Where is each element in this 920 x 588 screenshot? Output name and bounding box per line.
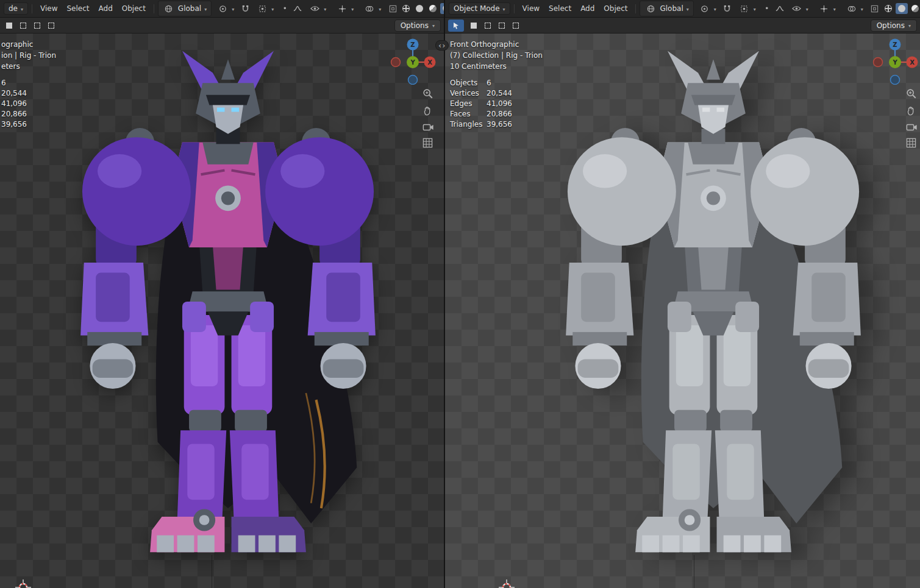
overlays-dropdown[interactable]: ▾ (841, 1, 868, 16)
select-mode-intersect-button[interactable] (45, 20, 57, 31)
object-visibility-dropdown[interactable]: ▾ (786, 1, 813, 16)
pan-hand-icon[interactable] (906, 105, 917, 116)
chevron-right-icon: › (442, 41, 446, 50)
gizmo-x-label: X (910, 59, 915, 66)
chevron-down-icon: ▾ (503, 7, 505, 12)
gizmo-z-label: Z (410, 41, 415, 48)
grid-toggle-icon[interactable] (423, 138, 433, 148)
pane-resize-handle[interactable]: ‹› (435, 40, 449, 51)
chevron-down-icon: ▾ (806, 7, 808, 12)
mode-dropdown[interactable]: Object Mode ▾ (449, 2, 510, 15)
shading-solid-button[interactable] (896, 3, 908, 14)
3d-viewport-solid[interactable]: Front Orthographic (7) Collection | Rig … (445, 34, 920, 588)
3d-cursor-marker (499, 579, 515, 588)
select-box-icon (513, 23, 519, 29)
3d-cursor-marker (15, 579, 31, 588)
camera-view-icon[interactable] (906, 122, 918, 132)
proportional-edit-icon[interactable]: • (761, 2, 773, 15)
mode-dropdown[interactable]: de ▾ (4, 2, 28, 15)
pan-hand-icon[interactable] (423, 105, 433, 116)
pane-splitter[interactable] (444, 0, 445, 588)
chevron-down-icon: ▾ (379, 7, 381, 12)
grid-toggle-icon[interactable] (906, 138, 916, 148)
overlays-icon (846, 2, 858, 15)
snap-magnet-icon[interactable] (721, 2, 733, 15)
collection-text: (7) Collection | Rig - Trion (450, 50, 543, 61)
stat-faces-label: Faces (450, 109, 487, 119)
select-mode-extend-button[interactable] (17, 20, 29, 31)
menu-select[interactable]: Select (544, 2, 576, 15)
shading-wireframe-button[interactable] (400, 3, 412, 14)
menu-select[interactable]: Select (63, 2, 94, 15)
transform-orientation-dropdown[interactable]: Global ▾ (158, 1, 212, 16)
scale-text: eters (1, 61, 56, 72)
robot-model-solid[interactable] (544, 46, 883, 571)
shading-material-button[interactable] (427, 3, 439, 14)
xray-toggle-icon[interactable] (387, 2, 399, 15)
options-button[interactable]: Options ▾ (394, 19, 441, 32)
pivot-point-icon (216, 2, 229, 15)
cursor-arrow-icon (452, 22, 460, 29)
viewport-nav-tools (906, 88, 918, 148)
3d-viewport-rendered[interactable]: ographic ion | Rig - Trion eters 6 20,54… (0, 34, 444, 588)
options-button[interactable]: Options ▾ (871, 19, 917, 32)
robot-model-rendered[interactable] (59, 46, 398, 571)
falloff-curve-icon[interactable] (774, 2, 786, 15)
camera-view-icon[interactable] (423, 122, 434, 132)
falloff-curve-icon[interactable] (291, 2, 304, 15)
orientation-label: Global (660, 4, 683, 13)
pivot-point-dropdown[interactable]: ▾ (694, 1, 721, 16)
object-visibility-dropdown[interactable]: ▾ (304, 1, 330, 16)
stat-edges-value: 41,096 (1, 99, 27, 109)
view-name-text: ographic (1, 39, 56, 50)
xray-toggle-icon[interactable] (869, 2, 881, 15)
snap-target-dropdown[interactable]: ▾ (252, 1, 278, 16)
menu-view[interactable]: View (518, 2, 544, 15)
chevron-down-icon: ▾ (271, 7, 274, 12)
stat-faces-value: 20,866 (1, 109, 27, 119)
tool-settings-bar-left: Options ▾ (0, 18, 444, 34)
zoom-icon[interactable] (423, 88, 433, 99)
zoom-icon[interactable] (906, 88, 917, 99)
select-box-icon (471, 23, 477, 29)
material-sphere-icon (429, 5, 437, 12)
gizmos-dropdown[interactable]: ▾ (332, 1, 358, 16)
select-mode-intersect-button[interactable] (510, 20, 522, 31)
menu-view[interactable]: View (36, 2, 62, 15)
chevron-down-icon: ▾ (432, 23, 435, 29)
menu-object[interactable]: Object (118, 2, 150, 15)
menu-add[interactable]: Add (576, 2, 599, 15)
chevron-down-icon: ▾ (754, 7, 756, 12)
solid-sphere-icon (416, 5, 423, 12)
select-mode-extend-button[interactable] (482, 20, 494, 31)
eye-icon (791, 2, 803, 15)
navigation-axis-gizmo[interactable]: Z X Y (389, 37, 437, 85)
gizmos-dropdown[interactable]: ▾ (814, 1, 840, 16)
select-mode-subtract-button[interactable] (31, 20, 43, 31)
chevron-down-icon: ▾ (686, 7, 689, 12)
snap-target-dropdown[interactable]: ▾ (734, 1, 760, 16)
select-box-icon (20, 23, 26, 29)
pivot-point-dropdown[interactable]: ▾ (212, 1, 238, 16)
shading-material-button[interactable] (909, 3, 920, 14)
stat-triangles-label: Triangles (450, 119, 487, 130)
overlays-dropdown[interactable]: ▾ (359, 1, 385, 16)
viewport-display-controls: ▾ ▾ ▾ ▾ (304, 1, 444, 16)
options-label: Options (877, 21, 905, 30)
select-mode-new-button[interactable] (3, 20, 15, 31)
proportional-edit-icon[interactable]: • (279, 2, 291, 15)
stat-faces-value: 20,866 (487, 109, 512, 119)
snap-magnet-icon[interactable] (239, 2, 251, 15)
select-mode-subtract-button[interactable] (496, 20, 508, 31)
shading-wireframe-button[interactable] (882, 3, 894, 14)
navigation-axis-gizmo[interactable]: Z X Y (871, 37, 919, 85)
menu-object[interactable]: Object (599, 2, 632, 15)
stat-objects-value: 6 (1, 78, 6, 88)
select-mode-new-button[interactable] (468, 20, 480, 31)
chevron-down-icon: ▾ (324, 7, 326, 12)
chevron-down-icon: ▾ (833, 7, 836, 12)
shading-solid-button[interactable] (413, 3, 426, 14)
menu-add[interactable]: Add (94, 2, 117, 15)
active-tool-tweak-button[interactable] (448, 19, 464, 32)
transform-orientation-dropdown[interactable]: Global ▾ (640, 1, 693, 16)
